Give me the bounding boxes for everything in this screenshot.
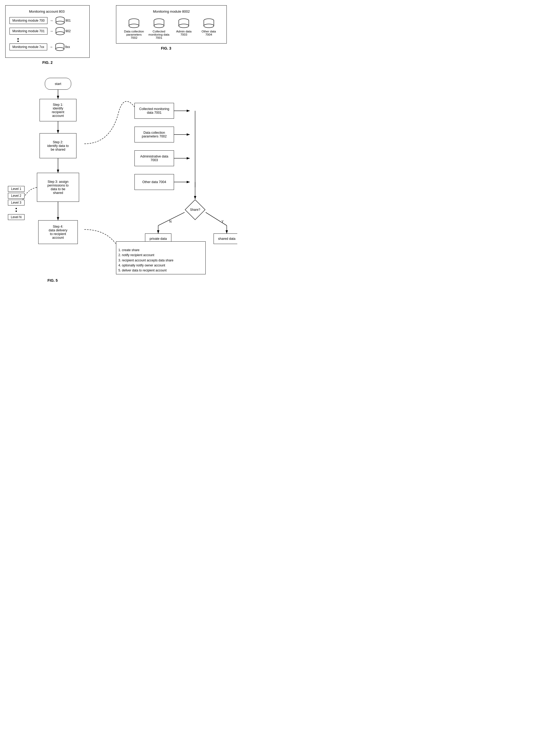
db-label-902: 902	[65, 29, 71, 33]
fig3-caption: FIG. 3	[106, 46, 227, 50]
fig3-title: Monitoring module 8002	[122, 9, 221, 13]
levels-list: Level 1 Level 2 Level 3 Level N	[8, 186, 25, 220]
fig2-row-2: Monitoring module 701 → 902	[9, 27, 84, 35]
module-701: Monitoring module 701	[9, 28, 48, 34]
fig3-diagram: Monitoring module 8002 Data collection p…	[116, 5, 227, 44]
fig5-diagram: start Step 1: identify recipient account…	[5, 73, 232, 310]
share-diamond: Share?	[184, 199, 206, 220]
fig5-caption: FIG. 5	[48, 278, 58, 283]
svg-point-19	[129, 24, 139, 28]
svg-point-14	[56, 48, 64, 51]
level-2: Level 2	[8, 193, 25, 199]
svg-point-9	[56, 32, 64, 35]
share-y-label: Y	[222, 220, 224, 224]
svg-point-29	[179, 24, 189, 28]
db-label-7003: Admin data 7003	[173, 30, 194, 36]
other-node: Other data 7004	[135, 174, 174, 190]
step1-node: Step 1: identify recipient account	[39, 99, 77, 121]
level-3: Level 3	[8, 200, 25, 205]
svg-text:Share?: Share?	[190, 208, 200, 211]
step3-node: Step 3: assign permissions to data to be…	[37, 173, 79, 202]
fig2-row-1: Monitoring module 700 → 901	[9, 17, 84, 25]
fig2-title: Monitoring account 803	[9, 9, 84, 13]
arrow-icon-3: →	[49, 45, 53, 49]
svg-point-24	[154, 24, 164, 28]
fig2-diagram: Monitoring account 803 Monitoring module…	[5, 5, 90, 58]
fig2-row-3: Monitoring module 7xx → 9xx	[9, 43, 84, 51]
collected-node: Collected monitoring data 7001	[135, 103, 174, 119]
fig3-dbs-row: Data collection parameters 7002 Collecte…	[122, 18, 221, 39]
db-label-901: 901	[65, 19, 71, 22]
db-label-7002: Data collection parameters 7002	[123, 30, 145, 39]
arrow-icon-2: →	[50, 29, 53, 33]
svg-point-34	[204, 24, 214, 28]
shared-data-node: shared data	[213, 233, 237, 244]
admin-node: Administrative data 7003	[135, 150, 174, 166]
start-node: start	[45, 78, 71, 90]
db-item-7003: Admin data 7003	[173, 18, 194, 36]
dots-fig2	[9, 38, 84, 42]
step2-node: Step 2: identify data to be shared	[39, 133, 77, 158]
level-n: Level N	[8, 214, 25, 220]
module-7xx: Monitoring module 7xx	[9, 44, 47, 50]
db-icon-9xx	[55, 43, 65, 51]
db-label-9xx: 9xx	[65, 45, 70, 49]
db-item-7004: Other data 7004	[198, 18, 219, 36]
db-icon-901	[55, 17, 65, 25]
svg-line-48	[158, 212, 184, 226]
level-1: Level 1	[8, 186, 25, 192]
db-icon-902	[55, 27, 65, 35]
arrow-icon-1: →	[50, 19, 53, 23]
annotation-box: 1. create share 2. notify recipient acco…	[116, 241, 206, 274]
levels-dots	[8, 207, 25, 212]
db-item-7002: Data collection parameters 7002	[123, 18, 145, 39]
module-700: Monitoring module 700	[9, 17, 48, 24]
share-n-label: N	[169, 220, 172, 224]
fig2-caption: FIG. 2	[5, 60, 90, 65]
db-item-7001: Collected monitoring data 7001	[148, 18, 170, 39]
step4-node: Step 4: data delivery to recipient accou…	[38, 220, 78, 244]
params-node: Data collection parameters 7002	[135, 126, 174, 142]
db-label-7004: Other data 7004	[198, 30, 219, 36]
db-label-7001: Collected monitoring data 7001	[148, 30, 170, 39]
svg-line-50	[206, 212, 227, 226]
svg-point-4	[56, 21, 64, 24]
